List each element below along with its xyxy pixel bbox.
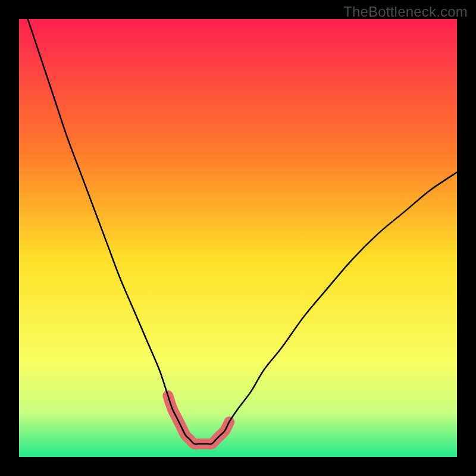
bottleneck-chart [19,19,457,457]
chart-frame: TheBottleneck.com [0,0,476,476]
watermark-text: TheBottleneck.com [343,4,468,20]
plot-area [19,19,457,457]
gradient-background [19,19,457,457]
